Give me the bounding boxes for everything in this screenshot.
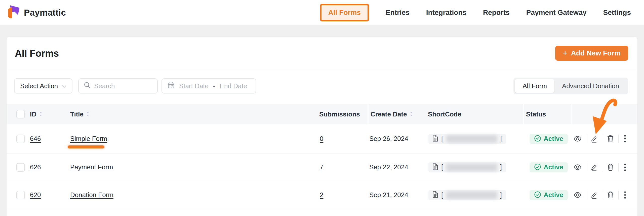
shortcode-close-bracket: ] — [500, 163, 502, 171]
redacted-shortcode — [446, 164, 497, 171]
action-divider — [602, 163, 602, 172]
more-options-icon[interactable] — [622, 191, 627, 199]
shortcode-close-bracket: ] — [500, 191, 502, 199]
form-type-toggle: All Form Advanced Donation — [513, 78, 628, 94]
view-icon[interactable] — [573, 163, 582, 172]
row-checkbox[interactable] — [16, 191, 25, 199]
edit-icon[interactable] — [590, 191, 598, 199]
delete-icon[interactable] — [606, 135, 615, 143]
table-row: 626 Payment Form 7 Sep 22, 2024 [ ] — [7, 153, 637, 181]
select-action-label: Select Action — [20, 82, 58, 90]
nav-item-payment-gateway[interactable]: Payment Gateway — [526, 9, 587, 17]
select-action-dropdown[interactable]: Select Action — [14, 78, 72, 94]
date-range-picker[interactable]: Start Date - End Date — [162, 78, 256, 94]
brand-name: Paymattic — [24, 8, 66, 18]
sort-icon[interactable] — [410, 110, 413, 118]
column-header-create-date[interactable]: Create Date — [371, 104, 413, 124]
toggle-advanced-donation[interactable]: Advanced Donation — [554, 79, 627, 93]
action-divider — [618, 163, 619, 172]
form-title-link[interactable]: Payment Form — [70, 163, 113, 171]
form-title-link[interactable]: Simple Form — [70, 135, 107, 143]
table-row: 646 Simple Form 0 Sep 26, 2024 [ ] — [7, 124, 637, 153]
all-forms-card: All Forms + Add New Form Select Action — [6, 37, 638, 216]
nav-item-integrations[interactable]: Integrations — [426, 9, 466, 17]
status-label: Active — [544, 191, 563, 199]
row-actions — [573, 153, 627, 181]
shortcode-open-bracket: [ — [441, 163, 443, 171]
action-divider — [586, 163, 586, 172]
start-date-placeholder[interactable]: Start Date — [179, 82, 209, 90]
submissions-count-link[interactable]: 7 — [320, 163, 323, 171]
row-checkbox[interactable] — [16, 163, 25, 172]
status-label: Active — [544, 163, 563, 171]
row-checkbox[interactable] — [16, 135, 25, 143]
end-date-placeholder[interactable]: End Date — [220, 82, 247, 90]
shortcode-open-bracket: [ — [441, 135, 443, 143]
submissions-count-link[interactable]: 2 — [320, 191, 323, 199]
date-separator: - — [213, 82, 215, 90]
nav-item-all-forms[interactable]: All Forms — [320, 4, 369, 21]
action-divider — [618, 191, 619, 199]
select-all-checkbox[interactable] — [16, 110, 25, 118]
check-circle-icon — [534, 191, 541, 199]
status-badge: Active — [530, 190, 568, 200]
card-header: All Forms + Add New Form — [7, 37, 637, 70]
action-divider — [602, 191, 602, 199]
form-id-link[interactable]: 626 — [30, 163, 41, 171]
create-date: Sep 22, 2024 — [369, 163, 408, 171]
more-options-icon[interactable] — [622, 163, 627, 172]
action-divider — [586, 135, 586, 143]
sort-icon[interactable] — [86, 110, 90, 118]
edit-icon[interactable] — [590, 163, 598, 172]
redacted-shortcode — [446, 135, 497, 143]
form-id-link[interactable]: 620 — [30, 191, 41, 199]
column-header-id[interactable]: ID — [30, 104, 43, 124]
form-id-link[interactable]: 646 — [30, 135, 41, 143]
row-actions — [573, 181, 627, 209]
nav-item-settings[interactable]: Settings — [603, 9, 631, 17]
sort-icon[interactable] — [39, 110, 43, 118]
create-date: Sep 26, 2024 — [369, 135, 408, 143]
submissions-count-link[interactable]: 0 — [320, 135, 323, 143]
create-date: Sep 21, 2024 — [369, 191, 408, 199]
row-actions — [573, 124, 627, 153]
table-header: ID Title Submissions Create Date ShortCo… — [7, 104, 637, 124]
edit-icon[interactable] — [590, 135, 598, 143]
status-badge: Active — [530, 162, 568, 172]
column-header-status: Status — [526, 104, 546, 124]
column-header-title[interactable]: Title — [70, 104, 90, 124]
shortcode-close-bracket: ] — [500, 135, 502, 143]
shortcode-pill[interactable]: [ ] — [428, 134, 506, 144]
add-new-form-button[interactable]: + Add New Form — [555, 46, 628, 61]
app-root: Paymattic All Forms Entries Integrations… — [0, 0, 644, 216]
annotation-highlight-bar — [68, 145, 104, 148]
filter-bar: Select Action — [7, 70, 637, 104]
nav-item-entries[interactable]: Entries — [386, 9, 410, 17]
more-options-icon[interactable] — [622, 135, 627, 143]
header-divider — [368, 104, 369, 124]
file-text-icon — [432, 135, 438, 143]
view-icon[interactable] — [573, 191, 582, 199]
page-title: All Forms — [15, 48, 59, 59]
file-text-icon — [432, 163, 438, 171]
main-nav: All Forms Entries Integrations Reports P… — [320, 0, 631, 25]
shortcode-pill[interactable]: [ ] — [428, 162, 506, 172]
file-text-icon — [432, 191, 438, 199]
delete-icon[interactable] — [606, 163, 615, 172]
shortcode-pill[interactable]: [ ] — [428, 190, 506, 200]
form-title-link[interactable]: Donation Form — [70, 191, 113, 199]
column-header-shortcode: ShortCode — [428, 104, 461, 124]
header-divider — [571, 104, 572, 124]
redacted-shortcode — [446, 191, 497, 199]
shortcode-open-bracket: [ — [441, 191, 443, 199]
nav-item-reports[interactable]: Reports — [483, 9, 510, 17]
top-navbar: Paymattic All Forms Entries Integrations… — [0, 0, 644, 25]
check-circle-icon — [534, 135, 541, 143]
paymattic-logo-icon — [7, 5, 20, 20]
chevron-down-icon — [62, 82, 66, 90]
search-field[interactable] — [78, 78, 158, 94]
view-icon[interactable] — [573, 135, 582, 143]
toggle-all-form[interactable]: All Form — [515, 79, 554, 93]
delete-icon[interactable] — [606, 191, 615, 199]
action-divider — [618, 135, 619, 143]
